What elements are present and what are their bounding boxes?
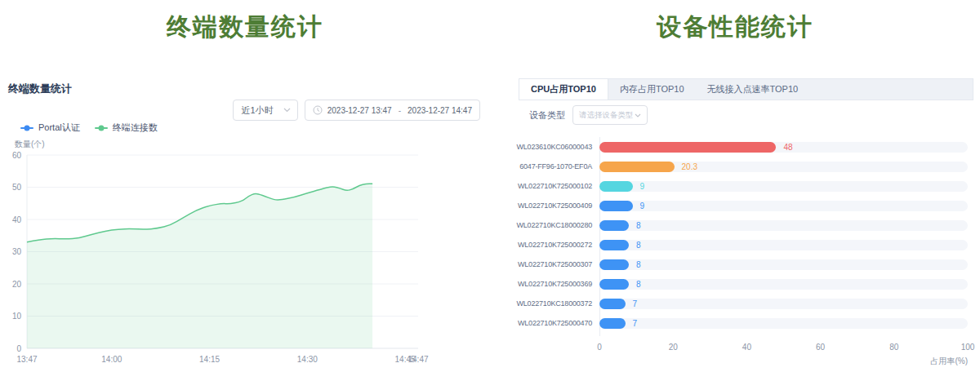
legend-label: Portal认证: [38, 122, 80, 134]
y-tick-label: 20: [12, 280, 22, 289]
bar-track: 9: [599, 201, 968, 211]
x-tick-label: 14:00: [101, 355, 122, 364]
clock-icon: [313, 105, 323, 115]
date-start: 2023-12-27 13:47: [327, 106, 392, 115]
x-tick-label: 60: [816, 343, 825, 352]
bar-track: 9: [599, 181, 968, 192]
x-tick-label: 80: [889, 343, 898, 352]
terminal-count-line-chart: 010203040506013:4714:0014:1514:3014:4514…: [0, 147, 490, 372]
bar-value: 8: [636, 280, 641, 289]
bar-chart-x-axis: 020406080100: [599, 343, 968, 352]
bar-row: 6047-FF96-1070-EF0A20.3: [510, 157, 968, 176]
legend-marker-icon: [95, 127, 108, 129]
right-section-title: 设备性能统计: [490, 11, 980, 44]
bar-track: 8: [599, 240, 968, 250]
left-section-title: 终端数量统计: [0, 11, 490, 44]
x-axis-name: 占用率(%): [930, 356, 968, 367]
bar: [599, 162, 675, 172]
bar-value: 8: [636, 241, 641, 250]
bar-row: WL022710K7250001029: [510, 176, 968, 196]
bar-track: 7: [599, 299, 968, 309]
y-tick-label: 0: [16, 344, 21, 353]
x-tick-label: 14:47: [408, 355, 428, 364]
bar-track: 48: [599, 142, 968, 153]
device-name: WL022710K725000369: [510, 280, 599, 288]
bar-track: 8: [599, 259, 968, 270]
y-tick-label: 60: [12, 151, 22, 160]
bar: [599, 142, 776, 153]
bar: [599, 299, 626, 309]
bar: [599, 181, 633, 192]
device-name: WL022710K725000102: [510, 182, 599, 190]
cpu-top10-bar-chart: WL023610KC06000043486047-FF96-1070-EF0A2…: [510, 137, 968, 333]
device-name: WL022710KC18000372: [510, 299, 599, 308]
x-tick-label: 14:15: [199, 355, 220, 364]
bar-value: 20.3: [682, 162, 697, 171]
bar-track: 7: [599, 318, 968, 329]
bar-value: 8: [636, 221, 641, 230]
x-tick-label: 20: [669, 343, 678, 352]
y-tick-label: 50: [12, 183, 22, 192]
tab-wireless-rate-top10[interactable]: 无线接入点速率TOP10: [696, 79, 810, 100]
device-type-filter: 设备类型 请选择设备类型: [529, 105, 648, 125]
tab-cpu-top10[interactable]: CPU占用TOP10: [519, 79, 608, 100]
legend-label: 终端连接数: [113, 122, 158, 134]
bar: [599, 259, 629, 270]
bar-row: WL022710K7250003078: [510, 255, 968, 274]
date-end: 2023-12-27 14:47: [408, 106, 472, 115]
date-separator: -: [397, 106, 403, 115]
device-name: WL022710K725000272: [510, 241, 599, 249]
bar-value: 8: [636, 260, 641, 269]
date-range-picker[interactable]: 2023-12-27 13:47 - 2023-12-27 14:47: [305, 100, 480, 121]
bar: [599, 201, 633, 211]
terminal-chart-title: 终端数量统计: [8, 82, 72, 96]
bar-row: WL023610KC0600004348: [510, 137, 968, 157]
bar-value: 9: [640, 202, 645, 210]
x-tick-label: 40: [742, 343, 751, 352]
y-tick-label: 40: [12, 215, 22, 224]
bar-track: 20.3: [599, 162, 968, 172]
bar-row: WL022710K7250004707: [510, 313, 968, 333]
bar-row: WL022710KC180002808: [510, 215, 968, 235]
terminal-count-panel: 终端数量统计 终端数量统计 近1小时 2023-12-27 13:47 - 20…: [0, 0, 490, 372]
y-tick-label: 30: [12, 247, 22, 256]
x-tick-label: 0: [597, 343, 602, 352]
area-fill: [27, 184, 372, 348]
device-name: WL022710K725000470: [510, 319, 599, 327]
legend-item-terminal-connections[interactable]: 终端连接数: [95, 122, 158, 134]
bar-value: 9: [640, 182, 645, 191]
tab-memory-top10[interactable]: 内存占用TOP10: [608, 79, 696, 100]
device-name: WL023610KC06000043: [510, 143, 599, 151]
x-tick-label: 14:30: [297, 355, 318, 364]
chevron-down-icon: [283, 108, 291, 113]
device-name: WL022710K725000409: [510, 202, 599, 210]
x-tick-label: 13:47: [16, 355, 37, 364]
device-name: WL022710KC18000280: [510, 221, 599, 229]
performance-tabs: CPU占用TOP10 内存占用TOP10 无线接入点速率TOP10: [519, 78, 973, 100]
bar-value: 48: [783, 143, 792, 152]
bar: [599, 279, 629, 290]
chevron-down-icon: [635, 113, 641, 117]
legend-marker-icon: [20, 127, 33, 129]
y-tick-label: 10: [12, 312, 22, 321]
bar-row: WL022710K7250004099: [510, 196, 968, 215]
bar-value: 7: [633, 319, 638, 328]
bar-row: WL022710K7250003698: [510, 274, 968, 294]
bar-row: WL022710K7250002728: [510, 235, 968, 255]
device-name: 6047-FF96-1070-EF0A: [510, 162, 599, 170]
legend: Portal认证 终端连接数: [20, 122, 158, 134]
chart-controls: 近1小时 2023-12-27 13:47 - 2023-12-27 14:47: [233, 100, 480, 121]
time-range-select[interactable]: 近1小时: [233, 100, 298, 121]
legend-item-portal[interactable]: Portal认证: [20, 122, 80, 134]
bar: [599, 220, 629, 231]
x-tick-label: 100: [961, 343, 975, 352]
bar-row: WL022710KC180003727: [510, 294, 968, 313]
bar-track: 8: [599, 220, 968, 231]
bar-track: 8: [599, 279, 968, 290]
bar-value: 7: [633, 299, 638, 308]
device-type-select[interactable]: 请选择设备类型: [572, 105, 648, 125]
bar: [599, 318, 626, 329]
device-name: WL022710K725000307: [510, 260, 599, 268]
device-type-placeholder: 请选择设备类型: [579, 110, 634, 121]
time-range-value: 近1小时: [242, 104, 274, 117]
